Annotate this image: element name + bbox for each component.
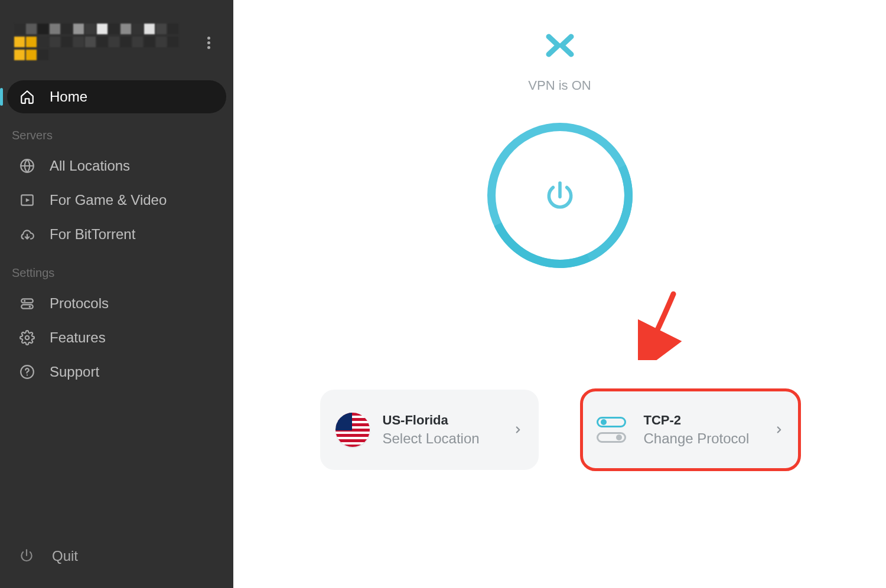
chevron-right-icon [774, 424, 784, 435]
bottom-cards: US-Florida Select Location TCP-2 Change … [233, 390, 886, 470]
sidebar-item-features[interactable]: Features [7, 321, 226, 354]
svg-point-8 [27, 374, 28, 375]
play-square-icon [19, 192, 35, 208]
svg-rect-4 [21, 305, 33, 309]
sidebar-item-label: All Locations [50, 158, 130, 174]
section-header-servers: Servers [0, 115, 233, 148]
cloud-download-icon [19, 226, 35, 243]
sidebar-item-label: Home [50, 89, 87, 105]
chevron-right-icon [513, 424, 523, 435]
svg-point-6 [25, 336, 30, 340]
app-logo-icon [545, 32, 575, 61]
annotation-arrow-icon [638, 289, 685, 360]
location-subtitle: Select Location [383, 430, 500, 447]
main-panel: VPN is ON US-Florida Select Location [233, 0, 886, 588]
help-circle-icon [19, 364, 35, 380]
svg-point-3 [24, 300, 25, 302]
power-icon [19, 548, 35, 564]
us-flag-icon [335, 413, 370, 447]
sidebar-item-label: For Game & Video [50, 192, 167, 208]
protocol-card[interactable]: TCP-2 Change Protocol [581, 390, 800, 470]
sidebar: Home Servers All Locations For Game & Vi… [0, 0, 233, 588]
sidebar-item-bittorrent[interactable]: For BitTorrent [7, 218, 226, 251]
sidebar-item-label: Quit [52, 548, 78, 564]
section-header-settings: Settings [0, 252, 233, 286]
nav-servers: All Locations For Game & Video For BitTo… [0, 148, 233, 252]
vpn-toggle-button[interactable] [487, 123, 633, 268]
svg-point-5 [29, 306, 31, 308]
location-title: US-Florida [383, 413, 500, 428]
nav-settings: Protocols Features Support [0, 286, 233, 390]
more-menu-button[interactable] [201, 35, 216, 50]
card-text-block: US-Florida Select Location [383, 413, 500, 447]
sidebar-item-quit[interactable]: Quit [0, 536, 233, 588]
svg-rect-2 [21, 299, 33, 303]
sidebar-item-label: Support [50, 364, 99, 380]
protocol-subtitle: Change Protocol [644, 430, 761, 447]
sidebar-item-game-video[interactable]: For Game & Video [7, 184, 226, 217]
nav-primary: Home [0, 79, 233, 115]
gear-icon [19, 329, 35, 346]
card-text-block: TCP-2 Change Protocol [644, 413, 761, 447]
globe-icon [19, 158, 35, 174]
protocol-toggles-icon [597, 413, 631, 447]
sidebar-item-home[interactable]: Home [7, 80, 226, 113]
sidebar-item-protocols[interactable]: Protocols [7, 287, 226, 320]
vpn-status-text: VPN is ON [528, 78, 591, 93]
home-icon [19, 89, 35, 105]
brand-logo-obscured [14, 24, 185, 61]
sidebar-item-label: For BitTorrent [50, 226, 135, 243]
sidebar-item-all-locations[interactable]: All Locations [7, 149, 226, 182]
sidebar-item-label: Protocols [50, 295, 109, 312]
toggles-icon [19, 295, 35, 312]
protocol-title: TCP-2 [644, 413, 761, 428]
location-card[interactable]: US-Florida Select Location [320, 390, 539, 470]
sidebar-item-label: Features [50, 329, 106, 346]
sidebar-header [0, 0, 233, 79]
power-icon [543, 179, 576, 212]
sidebar-item-support[interactable]: Support [7, 355, 226, 388]
